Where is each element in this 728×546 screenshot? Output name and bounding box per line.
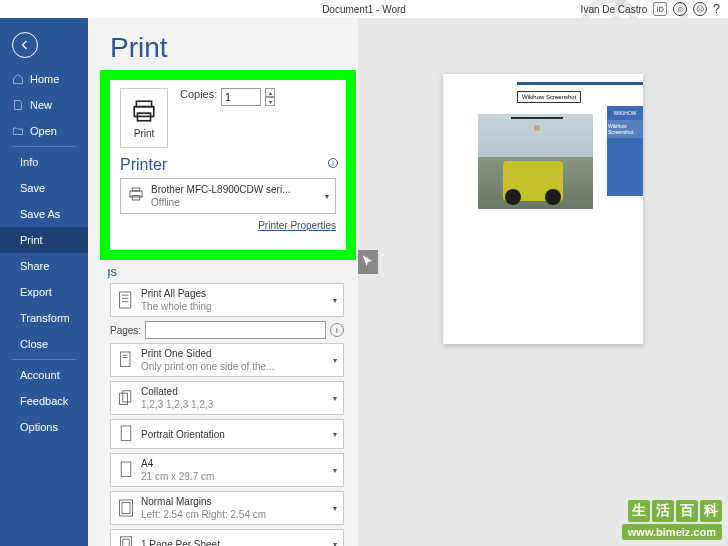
- svg-rect-14: [123, 391, 131, 402]
- svg-rect-20: [123, 539, 129, 546]
- sidebar-label: New: [30, 99, 52, 111]
- pages-label: Pages:: [110, 325, 141, 336]
- copies-input[interactable]: [221, 88, 261, 106]
- sidebar-item-home[interactable]: Home: [0, 66, 88, 92]
- folder-open-icon: [12, 125, 24, 137]
- svg-rect-18: [122, 502, 130, 513]
- sidebar-item-export[interactable]: Export: [0, 279, 88, 305]
- user-name: Ivan De Castro: [581, 4, 648, 15]
- chevron-down-icon: ▾: [333, 430, 337, 439]
- chevron-down-icon: ▾: [333, 356, 337, 365]
- setting-collate[interactable]: Collated1,2,3 1,2,3 1,2,3 ▾: [110, 381, 344, 415]
- face-smile-icon[interactable]: ☺: [673, 2, 687, 16]
- sidebar-item-share[interactable]: Share: [0, 253, 88, 279]
- preview-label: Wikihow Screenshot: [517, 91, 581, 103]
- divider: [12, 359, 76, 360]
- pages-range-row: Pages: i: [110, 321, 344, 339]
- cursor-pointer-icon: [358, 250, 378, 274]
- printer-heading: Printer i: [120, 156, 336, 174]
- sidebar-item-close[interactable]: Close: [0, 331, 88, 357]
- id-badge: ID: [653, 2, 667, 16]
- spinner-down[interactable]: ▾: [265, 97, 275, 106]
- sidebar-item-save[interactable]: Save: [0, 175, 88, 201]
- content-area: Print Print Copies: ▴ ▾: [88, 18, 728, 546]
- quad-vehicle: [503, 161, 563, 201]
- chevron-down-icon: ▾: [333, 394, 337, 403]
- sidebar-item-feedback[interactable]: Feedback: [0, 388, 88, 414]
- svg-rect-15: [121, 426, 131, 440]
- arrow-left-icon: [19, 39, 31, 51]
- setting-paper-size[interactable]: A421 cm x 29.7 cm ▾: [110, 453, 344, 487]
- sidebar-item-account[interactable]: Account: [0, 362, 88, 388]
- sidebar-item-options[interactable]: Options: [0, 414, 88, 440]
- chevron-down-icon: ▾: [333, 466, 337, 475]
- printer-name: Brother MFC-L8900CDW seri...: [151, 183, 319, 196]
- chevron-down-icon: ▾: [325, 192, 329, 201]
- printer-status: Offline: [151, 196, 319, 209]
- printer-dropdown[interactable]: Brother MFC-L8900CDW seri... Offline ▾: [120, 178, 336, 214]
- face-sad-icon[interactable]: ☹: [693, 2, 707, 16]
- portrait-icon: [117, 423, 135, 445]
- document-icon: [12, 99, 24, 111]
- sidebar-item-info[interactable]: Info: [0, 149, 88, 175]
- preview-page: Wikihow Screenshot WIKIHOW Wikihow Scree…: [443, 74, 643, 344]
- sidebar-label: Home: [30, 73, 59, 85]
- print-button[interactable]: Print: [120, 88, 168, 148]
- print-button-label: Print: [134, 128, 155, 139]
- paper-icon: [117, 459, 135, 481]
- sidebar-label: Open: [30, 125, 57, 137]
- watermark: 生 活 百 科 www.bimeiz.com: [622, 500, 722, 540]
- sidebar-item-transform[interactable]: Transform: [0, 305, 88, 331]
- setting-sides[interactable]: Print One SidedOnly print on one side of…: [110, 343, 344, 377]
- chevron-down-icon: ▾: [333, 540, 337, 547]
- page-title: Print: [110, 32, 358, 64]
- copies-label: Copies:: [180, 88, 217, 100]
- help-icon[interactable]: ?: [713, 2, 720, 16]
- title-bar: Document1 - Word Ivan De Castro ID ☺ ☹ ?: [0, 0, 728, 18]
- pages-input[interactable]: [145, 321, 326, 339]
- sheet-icon: [117, 533, 135, 546]
- chevron-down-icon: ▾: [333, 296, 337, 305]
- backstage-sidebar: Home New Open Info Save Save As Print Sh…: [0, 18, 88, 546]
- sidebar-item-new[interactable]: New: [0, 92, 88, 118]
- spinner-up[interactable]: ▴: [265, 88, 275, 97]
- settings-list: Settings Print All PagesThe whole thing …: [110, 264, 358, 546]
- pages-icon: [117, 289, 135, 311]
- svg-rect-0: [136, 101, 151, 106]
- setting-margins[interactable]: Normal MarginsLeft: 2.54 cm Right: 2.54 …: [110, 491, 344, 525]
- print-preview: Wikihow Screenshot WIKIHOW Wikihow Scree…: [358, 18, 728, 546]
- setting-orientation[interactable]: Portrait Orientation ▾: [110, 419, 344, 449]
- copies-group: Copies: ▴ ▾: [180, 88, 275, 148]
- info-icon[interactable]: i: [328, 158, 338, 168]
- preview-image: [478, 114, 593, 209]
- sidebar-item-saveas[interactable]: Save As: [0, 201, 88, 227]
- chevron-down-icon: ▾: [333, 504, 337, 513]
- svg-rect-6: [120, 292, 131, 308]
- printer-device-icon: [127, 185, 145, 207]
- tutorial-highlight: Print Copies: ▴ ▾ Printer i: [100, 70, 356, 260]
- svg-rect-4: [132, 188, 140, 191]
- sidebar-item-print[interactable]: Print: [0, 227, 88, 253]
- setting-pages-per-sheet[interactable]: 1 Page Per Sheet ▾: [110, 529, 344, 546]
- svg-rect-19: [120, 537, 131, 546]
- margins-icon: [117, 497, 135, 519]
- sidebar-item-open[interactable]: Open: [0, 118, 88, 144]
- person-figure: [531, 131, 543, 161]
- settings-heading: Settings: [108, 264, 344, 279]
- watermark-url: www.bimeiz.com: [622, 524, 722, 540]
- printer-properties-link[interactable]: Printer Properties: [120, 220, 336, 231]
- wikihow-sidebar: WIKIHOW Wikihow Screenshot: [607, 106, 643, 196]
- copies-spinner: ▴ ▾: [265, 88, 275, 106]
- home-icon: [12, 73, 24, 85]
- one-sided-icon: [117, 349, 135, 371]
- collate-icon: [117, 387, 135, 409]
- svg-rect-5: [132, 196, 140, 201]
- print-settings-column: Print Print Copies: ▴ ▾: [88, 18, 358, 546]
- setting-print-range[interactable]: Print All PagesThe whole thing ▾: [110, 283, 344, 317]
- svg-rect-16: [121, 462, 131, 476]
- printer-icon: [131, 98, 157, 124]
- back-button[interactable]: [12, 32, 38, 58]
- info-icon[interactable]: i: [330, 323, 344, 337]
- user-area: Ivan De Castro ID ☺ ☹ ?: [581, 2, 720, 16]
- divider: [12, 146, 76, 147]
